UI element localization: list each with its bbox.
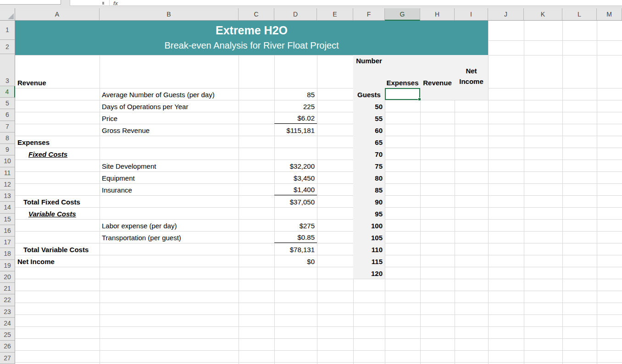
guest-number-cell[interactable]: 70 [353,148,385,160]
row-header-cell[interactable]: 22 [0,294,15,306]
cell-b16[interactable]: Transportation (per guest) [100,231,239,243]
guest-number-cell[interactable]: 50 [353,100,385,112]
cell-b6[interactable]: Price [100,112,239,124]
select-all-triangle-icon [8,13,14,19]
row-header-cell[interactable]: 27 [0,353,15,364]
cell-d18[interactable]: $0 [274,255,317,267]
row-header-cell[interactable]: 2 [0,40,15,54]
row-header-cell[interactable]: 16 [0,225,15,237]
guest-number-cell[interactable]: 90 [353,195,385,207]
column-header-cell[interactable]: K [524,8,562,21]
column-header-cell[interactable]: L [562,8,597,21]
guest-number-cell[interactable]: 85 [353,183,385,195]
cell-b15[interactable]: Labor expense (per day) [100,219,239,231]
formula-bar-divider [109,0,110,6]
column-header-cell[interactable]: B [100,8,239,21]
cell-a3[interactable]: Revenue [15,55,100,88]
guest-number-cell[interactable]: 120 [353,267,385,279]
cell-b5[interactable]: Days of Operations per Year [100,100,239,112]
column-header-cell[interactable]: J [488,8,524,21]
guest-number-cell[interactable]: 65 [353,136,385,148]
cell-d11[interactable]: $3,450 [274,171,317,183]
row-header-cell[interactable]: 18 [0,248,15,259]
cell-a14[interactable]: Variable Costs [15,207,100,219]
row-header-cell[interactable]: 19 [0,260,15,271]
column-header-cell[interactable]: D [274,8,317,21]
row-header-cell[interactable]: 26 [0,341,15,352]
column-header-cell[interactable]: A [15,8,100,21]
gridline-horizontal [15,55,622,55]
breakeven-number-header-cell[interactable]: Number [353,57,385,65]
row-header-cell[interactable]: 7 [0,121,15,132]
row-header-cell[interactable]: 21 [0,283,15,294]
cell-d4[interactable]: 85 [274,88,317,100]
row-header-cell[interactable]: 15 [0,214,15,225]
cell-d5[interactable]: 225 [274,100,317,112]
cell-b7[interactable]: Gross Revenue [100,124,239,136]
row-header-cell[interactable]: 9 [0,144,15,155]
row-header-cell[interactable]: 1 [0,21,15,40]
column-header-cell[interactable]: C [239,8,274,21]
row-header-cell[interactable]: 14 [0,202,15,213]
row-header-cell[interactable]: 23 [0,306,15,318]
breakeven-net-income-header-cell[interactable]: Net Income [455,55,488,88]
row-header-cell[interactable]: 20 [0,271,15,283]
cell-b12[interactable]: Insurance [100,183,239,195]
row-header-cell[interactable]: 17 [0,237,15,248]
column-header-cell[interactable]: E [317,8,353,21]
column-header-cell[interactable]: M [597,8,622,21]
workbook-title: Extreme H2O [15,21,488,40]
workbook-subtitle: Break-even Analysis for River Float Proj… [15,40,488,55]
row-header-cell[interactable]: 5 [0,98,15,109]
column-header-cell[interactable]: G [385,8,420,21]
cell-d7[interactable]: $115,181 [274,124,317,136]
cell-b11[interactable]: Equipment [100,171,239,183]
column-header-cell[interactable]: I [455,8,488,21]
name-box[interactable] [0,0,61,5]
cell-d12[interactable]: $1,400 [274,183,317,195]
guest-number-cell[interactable]: 100 [353,219,385,231]
guest-number-cell[interactable]: 95 [353,207,385,219]
row-header-cell[interactable]: 6 [0,109,15,121]
row-header-cell[interactable]: 24 [0,318,15,329]
cell-b10[interactable]: Site Development [100,160,239,171]
row-header-cell[interactable]: 11 [0,167,15,179]
column-header-cell[interactable]: F [353,8,385,21]
row-header-cell[interactable]: 8 [0,132,15,144]
cell-d10[interactable]: $32,200 [274,160,317,171]
row-header-cell[interactable]: 10 [0,155,15,167]
cell-a18[interactable]: Net Income [15,255,100,267]
enter-check-icon[interactable] [102,2,104,5]
row-header-cell[interactable]: 4 [0,86,15,98]
breakeven-expenses-header-cell[interactable]: Expenses [385,55,420,88]
cell-d17[interactable]: $78,131 [274,243,317,255]
row-header-cell[interactable]: 3 [0,54,15,86]
row-header-cell[interactable]: 12 [0,179,15,190]
guest-number-cell[interactable]: 55 [353,112,385,124]
cell-a13[interactable]: Total Fixed Costs [15,195,100,207]
row-header-cell[interactable]: 13 [0,190,15,202]
title-banner-cell[interactable]: Extreme H2O Break-even Analysis for Rive… [15,21,488,55]
cell-d13[interactable]: $37,050 [274,195,317,207]
cell-d15[interactable]: $275 [274,219,317,231]
guest-number-cell[interactable]: 115 [353,255,385,267]
cell-a17[interactable]: Total Variable Costs [15,243,100,255]
row-header-cell[interactable]: 25 [0,329,15,341]
breakeven-revenue-header-cell[interactable]: Revenue [420,55,455,88]
breakeven-guests-label-cell[interactable]: Guests [353,88,385,100]
cell-a8[interactable]: Expenses [15,136,100,148]
column-header-cell[interactable]: H [420,8,455,21]
guest-number-cell[interactable]: 105 [353,231,385,243]
cell-d6[interactable]: $6.02 [274,112,317,124]
cell-a9[interactable]: Fixed Costs [15,148,100,160]
guest-number-cell[interactable]: 60 [353,124,385,136]
cell-b4[interactable]: Average Number of Guests (per day) [100,88,239,100]
formula-bar[interactable] [70,0,622,6]
select-all-button[interactable] [0,8,15,21]
selected-cell[interactable] [385,88,420,100]
guest-number-cell[interactable]: 80 [353,171,385,183]
cell-d16[interactable]: $0.85 [274,231,317,243]
insert-function-icon[interactable] [113,0,119,6]
guest-number-cell[interactable]: 110 [353,243,385,255]
guest-number-cell[interactable]: 75 [353,160,385,171]
